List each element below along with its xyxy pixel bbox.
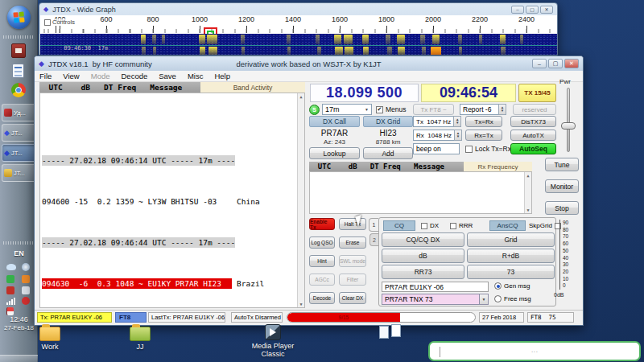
monitor-button[interactable]: Monitor — [545, 179, 579, 193]
start-button[interactable] — [7, 6, 31, 29]
log-qso-button[interactable]: Log QSO — [309, 237, 335, 249]
pinned-app-icon[interactable] — [11, 43, 26, 58]
language-indicator[interactable]: EN — [0, 249, 38, 257]
rrr-checkbox[interactable] — [450, 223, 456, 229]
band-select[interactable]: 17m ▼ — [322, 104, 372, 115]
rr73-message-button[interactable]: RR73 — [382, 265, 464, 279]
dx-checkbox[interactable] — [421, 223, 427, 229]
decode-row[interactable]: ----- 27.02.18 09:46:44 UTC ----- 17m --… — [42, 237, 304, 248]
menu-save[interactable]: Save — [159, 72, 176, 80]
decode-row-highlighted[interactable]: 094630 -6 0.3 1048 ~ EU1KY PR7AR HI23Bra… — [42, 278, 304, 289]
s73-message-button[interactable]: 73 — [467, 265, 555, 279]
flag-icon[interactable] — [6, 307, 14, 315]
rx-frequency-table[interactable]: 094615 Tx 1047 ~ CQ EU1KY KO33 094630 -6… — [309, 171, 532, 214]
main-titlebar[interactable]: ◆ JTDX v18.1 by HF community derivative … — [35, 56, 583, 71]
wide-graph-titlebar[interactable]: ◆ JTDX - Wide Graph – ▢ ✕ — [39, 3, 557, 15]
spinner-arrows[interactable]: ▲▼ — [453, 116, 461, 127]
agc-button[interactable]: AGCc — [309, 274, 335, 286]
spinner-arrows[interactable]: ▲▼ — [454, 130, 462, 141]
grid-message-button[interactable]: Grid — [467, 232, 555, 247]
free-msg-radio[interactable] — [494, 295, 502, 302]
controls-checkbox-row[interactable]: Controls — [43, 19, 76, 26]
autotx-button[interactable]: AutoTX — [510, 130, 556, 141]
free-msg-combo[interactable]: PR7AR TNX 73 ▼ — [382, 294, 489, 305]
menu-file[interactable]: File — [39, 72, 52, 80]
skpgrid-checkbox-row[interactable]: SkpGrid — [529, 222, 561, 229]
rx-frequency-scrollbar[interactable]: ▲ ▼ — [524, 172, 531, 213]
decode-row[interactable]: ----- 27.02.18 09:46:14 UTC ----- 17m --… — [42, 155, 304, 166]
error-tray-icon[interactable] — [22, 297, 30, 305]
taskbar-app-jtdx-widegraph[interactable]: ◆ JT... — [2, 124, 36, 142]
rx-freq-spinner[interactable]: Rx 1048 Hz ▲▼ — [413, 130, 460, 141]
db-message-button[interactable]: dB — [382, 249, 464, 263]
dx-checkbox-row[interactable]: DX — [421, 222, 439, 229]
minimize-button[interactable]: – — [511, 6, 524, 14]
scroll-up-icon[interactable]: ▲ — [299, 94, 302, 99]
scroll-up-icon[interactable]: ▲ — [526, 173, 529, 178]
add-button[interactable]: Add — [363, 147, 413, 159]
menus-checkbox[interactable]: ✔ — [376, 106, 383, 113]
antivirus-icon[interactable] — [6, 275, 14, 283]
band-activity-scrollbar[interactable]: ▲ ▼ — [297, 93, 304, 307]
menu-mode[interactable]: Mode — [91, 72, 110, 80]
desktop-icon-mpc[interactable]: Media Player Classic — [245, 324, 301, 358]
band-activity-table[interactable]: ----- 27.02.18 09:46:14 UTC ----- 17m --… — [39, 93, 305, 308]
decode-button[interactable]: Decode — [309, 292, 335, 304]
tune-button[interactable]: Tune — [545, 158, 579, 171]
tx-ft8-button[interactable]: Tx FT8 ~ — [413, 104, 454, 115]
lookup-button[interactable]: Lookup — [309, 147, 360, 159]
dx-grid-value[interactable]: HI23 — [363, 129, 413, 138]
erase-button[interactable]: Erase — [339, 237, 366, 249]
decode-row[interactable]: 094600 -15 0.2 1359 ~ LY3W BH1TSU -03Chi… — [42, 196, 304, 207]
tx-timer-button[interactable]: TX 15/45 — [518, 84, 556, 102]
close-button[interactable]: ✕ — [564, 59, 579, 68]
menu-misc[interactable]: Misc — [188, 72, 204, 80]
cq-toggle[interactable]: CQ — [383, 220, 415, 231]
maximize-button[interactable]: ▢ — [526, 6, 539, 14]
scroll-down-icon[interactable]: ▼ — [299, 302, 302, 306]
cq-message-button[interactable]: CQ/CQ DX — [382, 232, 464, 247]
desktop-icon-jj[interactable]: JJ — [118, 327, 163, 351]
beep-input[interactable] — [413, 143, 460, 154]
gen-msg-radio[interactable] — [494, 282, 502, 290]
stop-button[interactable]: Stop — [545, 201, 579, 215]
rx-eq-tx-button[interactable]: Rx=Tx — [465, 130, 502, 141]
macro-tab-2[interactable]: 2 — [369, 233, 378, 246]
enable-tx-button[interactable]: Enable Tx — [309, 218, 335, 230]
reserved-button[interactable]: reserved — [513, 104, 556, 115]
tx-eq-rx-button[interactable]: Tx=Rx — [465, 116, 502, 127]
volume-icon[interactable] — [22, 286, 30, 294]
menu-decode[interactable]: Decode — [122, 72, 148, 80]
spinner-arrows[interactable]: ▲▼ — [498, 104, 506, 115]
pinned-doc-icon[interactable] — [12, 64, 24, 78]
updates-icon[interactable] — [22, 275, 30, 283]
cloud-sync-icon[interactable] — [6, 264, 16, 270]
network-signal-icon[interactable] — [6, 298, 15, 305]
volume-muted-icon[interactable] — [6, 286, 14, 294]
anscq-toggle[interactable]: AnsCQ — [489, 220, 526, 231]
swl-mode-button[interactable]: SWL mode — [339, 255, 366, 267]
pwr-slider-thumb[interactable] — [561, 122, 576, 130]
dx-call-value[interactable]: PR7AR — [309, 129, 360, 138]
user-tray-icon[interactable] — [22, 263, 30, 271]
autoseq-button[interactable]: AutoSeq — [510, 143, 556, 154]
chrome-icon[interactable] — [11, 83, 26, 97]
taskbar-app-jtdx-main[interactable]: ◆ JT... — [2, 144, 36, 162]
clear-dx-button[interactable]: Clear DX — [339, 292, 366, 304]
maximize-button[interactable]: ▢ — [548, 59, 563, 68]
filter-button[interactable]: Filter — [339, 274, 366, 286]
show-desktop-button[interactable] — [0, 355, 38, 362]
hint-button[interactable]: Hint — [309, 255, 335, 267]
menu-help[interactable]: Help — [214, 72, 230, 80]
gen-msg-input[interactable] — [382, 282, 489, 292]
waterfall[interactable]: 09:46:30 17m 09:46:00 17m — [40, 34, 558, 56]
taskbar-app-remote[interactable]: Уд... — [2, 104, 36, 121]
free-msg-radio-row[interactable]: Free msg — [494, 295, 531, 302]
caption-overlay-box[interactable]: ... — [428, 341, 641, 361]
menus-checkbox-row[interactable]: ✔ Menus — [376, 105, 407, 113]
report-spinner[interactable]: Report -6 ▲▼ — [460, 104, 506, 115]
rdb-message-button[interactable]: R+dB — [467, 249, 555, 263]
close-button[interactable]: ✕ — [540, 6, 553, 14]
menu-view[interactable]: View — [63, 72, 79, 80]
scroll-down-icon[interactable]: ▼ — [526, 208, 529, 212]
